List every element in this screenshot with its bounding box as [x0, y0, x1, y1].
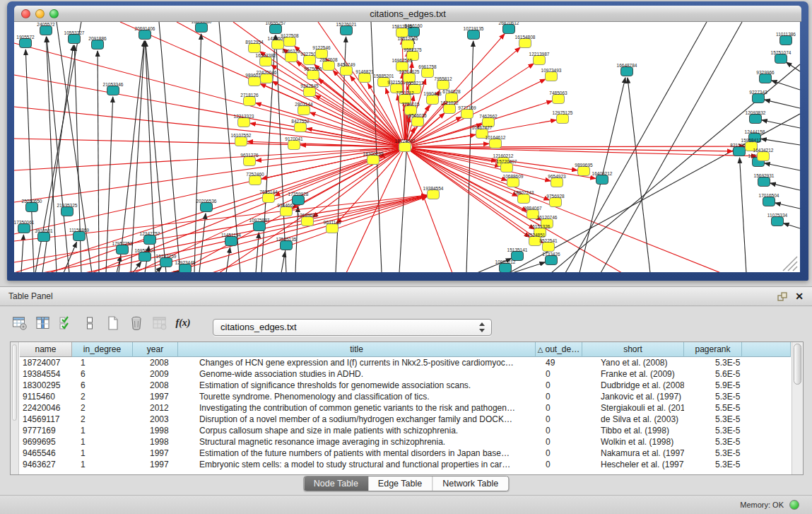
graph-node[interactable]: 1905572	[16, 35, 35, 48]
graph-node[interactable]: 9777169	[458, 105, 476, 119]
graph-node[interactable]: 16650080	[192, 22, 212, 33]
graph-node[interactable]: 9631276	[240, 153, 259, 166]
float-panel-icon[interactable]	[777, 291, 788, 303]
graph-node[interactable]: 21053346	[103, 82, 124, 95]
graph-node[interactable]: 8522541	[539, 238, 558, 252]
delete-column-icon[interactable]	[128, 315, 145, 332]
graph-node[interactable]: 17016504	[759, 193, 779, 206]
close-panel-icon[interactable]: ✕	[795, 287, 804, 306]
table-row[interactable]: 1938455462009Genome-wide association stu…	[20, 368, 791, 380]
table-row[interactable]: 1830029562008Estimation of significance …	[20, 380, 791, 391]
graph-node[interactable]: 10973493	[541, 68, 562, 81]
graph-node[interactable]: 20206536	[196, 199, 217, 212]
graph-node[interactable]: 15692931	[754, 173, 775, 187]
column-header-year[interactable]: year	[133, 342, 178, 357]
graph-node[interactable]: 25260650	[22, 199, 42, 212]
graph-node[interactable]: 7635144	[259, 189, 278, 203]
graph-node[interactable]: 26870612	[499, 22, 519, 34]
column-header-out_de[interactable]: △out_de…	[536, 342, 582, 357]
column-visibility-icon[interactable]	[35, 315, 52, 332]
graph-node[interactable]: 12213323	[234, 114, 254, 127]
graph-node[interactable]: 8454749	[337, 62, 355, 76]
graph-node[interactable]: 9631145	[324, 220, 341, 233]
table-settings-icon[interactable]	[11, 315, 28, 332]
graph-node[interactable]: 8912954	[245, 40, 264, 53]
tab-edge-table[interactable]: Edge Table	[368, 477, 432, 491]
column-header-name[interactable]: name	[20, 342, 72, 357]
graph-node[interactable]: 11011386	[776, 32, 796, 45]
graph-node[interactable]: 7252460	[246, 172, 264, 185]
graph-node[interactable]: 10553727	[64, 30, 85, 44]
graph-node[interactable]: 9654923	[548, 174, 566, 187]
network-graph[interactable]: 2405572105537272069140616650080106552571…	[14, 22, 800, 272]
graph-node[interactable]: 12689683	[298, 213, 318, 226]
graph-node[interactable]: 12505135	[276, 237, 297, 250]
graph-node[interactable]: 1621022	[440, 100, 459, 114]
graph-node[interactable]: 15751074	[771, 50, 792, 64]
graph-node[interactable]: 9122546	[312, 45, 331, 59]
network-canvas[interactable]: 2405572105537272069140616650080106552571…	[14, 22, 800, 272]
graph-node[interactable]: 2405572	[37, 22, 55, 35]
table-row[interactable]: 1872400712008Changes of HCN gene express…	[20, 357, 791, 368]
column-header-pagerank[interactable]: pagerank	[684, 342, 742, 357]
clear-selection-icon[interactable]	[81, 315, 98, 332]
graph-node[interactable]: 12093832	[746, 110, 766, 124]
graph-node[interactable]: 7485063	[549, 90, 567, 104]
graph-node[interactable]: 10719135	[464, 26, 484, 40]
graph-node[interactable]: 10975887	[249, 218, 270, 231]
graph-node[interactable]: 16543382	[256, 53, 276, 66]
graph-node[interactable]: 2718126	[240, 93, 259, 106]
graph-node[interactable]: 1733426	[542, 252, 560, 265]
graph-node[interactable]: 9546035	[408, 113, 427, 127]
table-row[interactable]: 969969511998Structural magnetic resonanc…	[20, 436, 791, 448]
graph-node[interactable]: 12342757	[140, 231, 160, 245]
graph-node[interactable]: 15276021	[336, 22, 357, 35]
graph-node[interactable]: 18807243	[514, 190, 534, 204]
graph-node[interactable]: 8186328	[282, 49, 300, 62]
graph-node[interactable]: 9242845	[300, 83, 319, 97]
graph-node[interactable]: 8427552	[291, 119, 310, 132]
table-row[interactable]: 911546021997Tourette syndrome. Phenomeno…	[20, 391, 791, 402]
new-column-icon[interactable]	[105, 315, 122, 332]
graph-node[interactable]: 7955812	[434, 76, 452, 90]
graph-node[interactable]: 9344662	[277, 203, 295, 216]
graph-node[interactable]: 2091886	[88, 36, 107, 49]
network-window[interactable]: citations_edges.txt 24055721055372720691…	[7, 1, 808, 281]
graph-node[interactable]: 16648784	[617, 63, 637, 76]
graph-node[interactable]: 21935325	[57, 203, 78, 216]
graph-node[interactable]: 9146821	[355, 69, 374, 83]
graph-node[interactable]: 9227343	[749, 90, 767, 103]
vertical-scrollbar[interactable]	[792, 342, 803, 474]
graph-node[interactable]: 9756928	[546, 194, 565, 207]
table-row[interactable]: 1456911722003Disruption of a novel membe…	[20, 414, 791, 425]
canvas-resize-grip[interactable]	[783, 257, 797, 271]
table-row[interactable]: 2242004622012Investigating the contribut…	[20, 402, 791, 414]
graph-node[interactable]: 3913531	[35, 228, 53, 242]
graph-node[interactable]: 9170041	[285, 136, 303, 150]
graph-node[interactable]: 20691406	[135, 26, 155, 40]
column-header-title[interactable]: title	[178, 342, 536, 357]
table-row[interactable]: 977716911998Corpus callosum shape and si…	[20, 425, 791, 436]
graph-node[interactable]: 9675685	[304, 66, 322, 80]
function-builder-icon[interactable]: f(x)	[175, 315, 192, 332]
column-header-in_degree[interactable]: in_degree	[72, 342, 133, 357]
column-header-short[interactable]: short	[582, 342, 684, 357]
table-row[interactable]: 946362711997Embryonic stem cells: a mode…	[20, 459, 791, 470]
graph-node[interactable]: 12213987	[529, 52, 550, 65]
tab-network-table[interactable]: Network Table	[432, 477, 508, 491]
graph-node[interactable]: 9899695	[575, 163, 593, 176]
graph-node[interactable]: 6961758	[418, 64, 437, 78]
graph-node[interactable]: 9127508	[281, 33, 299, 47]
window-titlebar[interactable]: citations_edges.txt	[14, 6, 801, 22]
graph-node[interactable]: 10965212	[495, 259, 516, 272]
graph-node[interactable]: 12975125	[553, 110, 573, 124]
graph-node[interactable]: 9329966	[756, 70, 775, 83]
graph-node[interactable]: 1990448	[423, 91, 442, 105]
graph-node[interactable]: 16154808	[515, 35, 536, 48]
select-all-checks-icon[interactable]	[58, 315, 75, 332]
scrollbar-thumb[interactable]	[794, 344, 801, 385]
table-selector-dropdown[interactable]: citations_edges.txt	[213, 319, 492, 336]
graph-node[interactable]: 17957253	[112, 241, 133, 255]
table-row[interactable]: 946554611997Estimation of the future num…	[20, 448, 791, 459]
graph-node[interactable]: 10164612	[486, 135, 506, 148]
